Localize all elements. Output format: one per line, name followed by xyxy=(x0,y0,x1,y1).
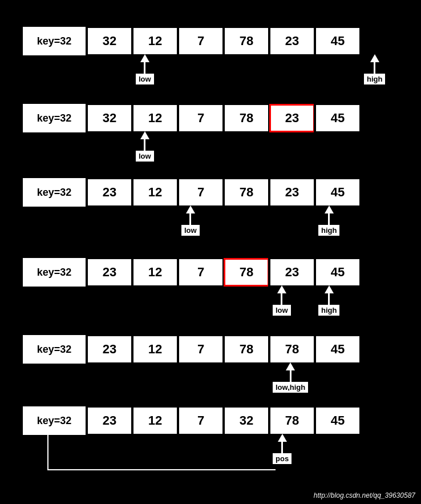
key-label-2: key=32 xyxy=(23,104,86,132)
cell-4-3: 78 xyxy=(224,258,269,287)
arrow-shaft-r2-low xyxy=(144,139,145,151)
cell-6-1: 12 xyxy=(132,406,178,435)
arrow-head-r3-low xyxy=(186,205,195,213)
cell-4-4: 23 xyxy=(269,258,315,287)
row-group-5: key=32 23 12 7 78 78 45 xyxy=(23,334,362,365)
array-2: 32 12 7 78 23 45 xyxy=(86,103,362,134)
cell-2-3: 78 xyxy=(224,104,269,132)
arrow-row3-low: low xyxy=(181,205,200,236)
cell-2-4: 23 xyxy=(269,104,315,132)
cell-5-2: 7 xyxy=(178,335,224,364)
cell-3-0: 23 xyxy=(87,178,132,207)
arrow-shaft-r3-high xyxy=(328,213,330,225)
label-r4-low: low xyxy=(273,305,291,316)
label-r6-pos: pos xyxy=(273,453,292,464)
key-label-6: key=32 xyxy=(23,406,86,435)
cell-6-3: 32 xyxy=(224,406,269,435)
watermark: http://blog.csdn.net/qq_39630587 xyxy=(314,491,415,499)
row-group-2: key=32 32 12 7 78 23 45 xyxy=(23,103,362,134)
vertical-line xyxy=(47,434,48,470)
row-group-6: key=32 23 12 7 32 78 45 xyxy=(23,405,362,436)
cell-6-2: 7 xyxy=(178,406,224,435)
cell-3-4: 23 xyxy=(269,178,315,207)
cell-3-3: 78 xyxy=(224,178,269,207)
cell-6-0: 23 xyxy=(87,406,132,435)
key-label-5: key=32 xyxy=(23,335,86,364)
cell-5-3: 78 xyxy=(224,335,269,364)
array-3: 23 12 7 78 23 45 xyxy=(86,177,362,208)
array-5: 23 12 7 78 78 45 xyxy=(86,334,362,365)
key-label-3: key=32 xyxy=(23,178,86,207)
cell-4-2: 7 xyxy=(178,258,224,287)
diagram-container: key=32 32 12 7 78 23 45 low high key=32 … xyxy=(0,0,421,504)
arrow-shaft-r4-high xyxy=(328,293,330,305)
arrow-head-r1-low xyxy=(140,54,149,62)
cell-2-2: 7 xyxy=(178,104,224,132)
cell-5-4: 78 xyxy=(269,335,315,364)
cell-2-0: 32 xyxy=(87,104,132,132)
arrow-shaft-r6-pos xyxy=(281,442,283,453)
arrow-head-r2-low xyxy=(140,131,149,139)
arrow-row6-pos: pos xyxy=(273,434,292,464)
cell-1-3: 78 xyxy=(224,27,269,55)
label-r4-high: high xyxy=(318,305,339,316)
arrow-head-r6-pos xyxy=(278,434,287,442)
arrow-row1-low: low xyxy=(136,54,154,84)
cell-1-1: 12 xyxy=(132,27,178,55)
arrow-head-r4-low xyxy=(277,285,286,293)
cell-3-2: 7 xyxy=(178,178,224,207)
label-r3-low: low xyxy=(181,225,200,236)
arrow-shaft-r3-low xyxy=(189,213,191,225)
cell-4-5: 45 xyxy=(315,258,361,287)
arrow-shaft-r1-high xyxy=(374,62,375,74)
cell-6-5: 45 xyxy=(315,406,361,435)
arrow-row2-low: low xyxy=(136,131,154,162)
cell-1-5: 45 xyxy=(315,27,361,55)
cell-5-0: 23 xyxy=(87,335,132,364)
cell-1-2: 7 xyxy=(178,27,224,55)
arrow-row1-high: high xyxy=(364,54,385,84)
label-r1-low: low xyxy=(136,74,154,84)
cell-4-0: 23 xyxy=(87,258,132,287)
label-r2-low: low xyxy=(136,151,154,162)
cell-6-4: 78 xyxy=(269,406,315,435)
arrow-shaft-r5-lowhigh xyxy=(290,370,292,382)
row-group-1: key=32 32 12 7 78 23 45 xyxy=(23,26,362,57)
array-6: 23 12 7 32 78 45 xyxy=(86,405,362,436)
arrow-head-r4-high xyxy=(325,285,334,293)
cell-3-5: 45 xyxy=(315,178,361,207)
cell-1-4: 23 xyxy=(269,27,315,55)
row-group-3: key=32 23 12 7 78 23 45 xyxy=(23,177,362,208)
arrow-row3-high: high xyxy=(318,205,339,236)
arrow-shaft-r1-low xyxy=(144,62,145,74)
cell-2-5: 45 xyxy=(315,104,361,132)
row-group-4: key=32 23 12 7 78 23 45 xyxy=(23,257,362,288)
arrow-row5-lowhigh: low,high xyxy=(273,362,308,393)
cell-3-1: 12 xyxy=(132,178,178,207)
cell-2-1: 12 xyxy=(132,104,178,132)
array-4: 23 12 7 78 23 45 xyxy=(86,257,362,288)
label-r3-high: high xyxy=(318,225,339,236)
cell-5-1: 12 xyxy=(132,335,178,364)
key-label-1: key=32 xyxy=(23,27,86,55)
arrow-head-r5-lowhigh xyxy=(286,362,295,370)
arrow-head-r1-high xyxy=(370,54,379,62)
cell-4-1: 12 xyxy=(132,258,178,287)
cell-1-0: 32 xyxy=(87,27,132,55)
key-label-4: key=32 xyxy=(23,258,86,287)
label-r1-high: high xyxy=(364,74,385,84)
arrow-head-r3-high xyxy=(325,205,334,213)
label-r5-lowhigh: low,high xyxy=(273,382,308,393)
arrow-row4-low: low xyxy=(273,285,291,316)
array-1: 32 12 7 78 23 45 xyxy=(86,26,362,57)
cell-5-5: 45 xyxy=(315,335,361,364)
arrow-row4-high: high xyxy=(318,285,339,316)
arrow-shaft-r4-low xyxy=(281,293,282,305)
horizontal-line xyxy=(47,469,276,470)
